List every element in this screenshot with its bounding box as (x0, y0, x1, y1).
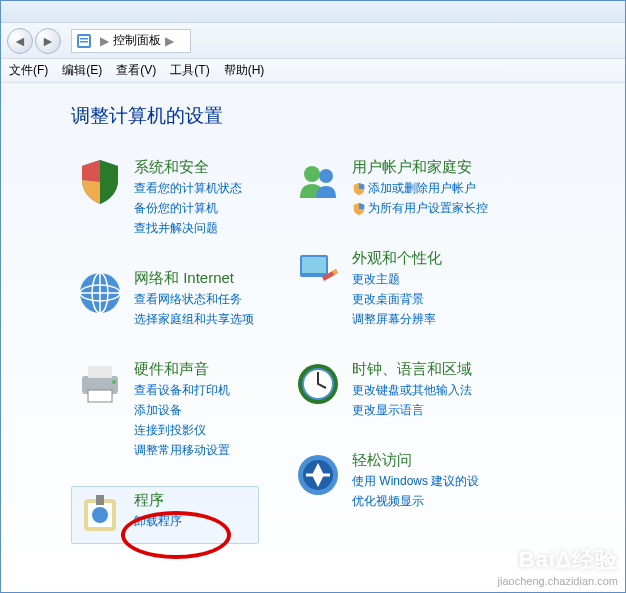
category-link[interactable]: 添加设备 (134, 402, 230, 419)
category-ease-access: 轻松访问 使用 Windows 建议的设 优化视频显示 (289, 446, 493, 515)
category-clock: 时钟、语言和区域 更改键盘或其他输入法 更改显示语言 (289, 355, 493, 424)
forward-button[interactable]: ► (35, 28, 61, 54)
svg-point-16 (319, 169, 333, 183)
category-programs[interactable]: 程序 卸载程序 (71, 486, 259, 544)
titlebar (1, 1, 625, 23)
category-link[interactable]: 更改桌面背景 (352, 291, 442, 308)
category-title[interactable]: 用户帐户和家庭安 (352, 158, 488, 177)
svg-rect-8 (88, 366, 112, 378)
svg-rect-14 (96, 495, 104, 505)
menu-help[interactable]: 帮助(H) (224, 62, 265, 79)
back-button[interactable]: ◄ (7, 28, 33, 54)
category-title[interactable]: 硬件和声音 (134, 360, 230, 379)
category-link[interactable]: 备份您的计算机 (134, 200, 242, 217)
category-network: 网络和 Internet 查看网络状态和任务 选择家庭组和共享选项 (71, 264, 259, 333)
users-icon (294, 158, 342, 206)
category-link[interactable]: 更改主题 (352, 271, 442, 288)
svg-point-10 (112, 380, 116, 384)
category-title[interactable]: 外观和个性化 (352, 249, 442, 268)
category-link[interactable]: 使用 Windows 建议的设 (352, 473, 479, 490)
right-column: 用户帐户和家庭安 添加或删除用户帐户 为所有用户设置家长控 外观和个性化 更改主… (289, 153, 493, 544)
category-link[interactable]: 选择家庭组和共享选项 (134, 311, 254, 328)
page-title: 调整计算机的设置 (71, 103, 625, 129)
category-link[interactable]: 调整屏幕分辨率 (352, 311, 442, 328)
category-link[interactable]: 连接到投影仪 (134, 422, 230, 439)
breadcrumb-after: ▶ (165, 34, 174, 48)
menu-view[interactable]: 查看(V) (116, 62, 156, 79)
category-title[interactable]: 程序 (134, 491, 182, 510)
category-link[interactable]: 查看网络状态和任务 (134, 291, 254, 308)
category-users: 用户帐户和家庭安 添加或删除用户帐户 为所有用户设置家长控 (289, 153, 493, 222)
uac-shield-icon (352, 182, 366, 196)
category-link[interactable]: 查看您的计算机状态 (134, 180, 242, 197)
control-panel-icon (76, 33, 92, 49)
category-appearance: 外观和个性化 更改主题 更改桌面背景 调整屏幕分辨率 (289, 244, 493, 333)
category-title[interactable]: 时钟、语言和区域 (352, 360, 472, 379)
menu-edit[interactable]: 编辑(E) (62, 62, 102, 79)
category-title[interactable]: 系统和安全 (134, 158, 242, 177)
svg-rect-18 (302, 257, 326, 273)
category-link[interactable]: 添加或删除用户帐户 (352, 180, 488, 197)
appearance-icon (294, 249, 342, 297)
category-link[interactable]: 优化视频显示 (352, 493, 479, 510)
uac-shield-icon (352, 202, 366, 216)
shield-icon (76, 158, 124, 206)
menubar: 文件(F) 编辑(E) 查看(V) 工具(T) 帮助(H) (1, 59, 625, 83)
programs-icon (76, 491, 124, 539)
svg-rect-3 (80, 41, 88, 43)
menu-file[interactable]: 文件(F) (9, 62, 48, 79)
svg-point-13 (92, 507, 108, 523)
category-hardware: 硬件和声音 查看设备和打印机 添加设备 连接到投影仪 调整常用移动设置 (71, 355, 259, 464)
printer-icon (76, 360, 124, 408)
category-title[interactable]: 轻松访问 (352, 451, 479, 470)
content: 调整计算机的设置 系统和安全 查看您的计算机状态 备份您的计算机 查找并解决问题… (1, 83, 625, 592)
navbar: ◄ ► ▶ 控制面板 ▶ (1, 23, 625, 59)
breadcrumb-sep: ▶ (100, 34, 109, 48)
uninstall-program-link[interactable]: 卸载程序 (134, 513, 182, 530)
svg-point-15 (304, 166, 320, 182)
category-link[interactable]: 调整常用移动设置 (134, 442, 230, 459)
breadcrumb-label: 控制面板 (113, 32, 161, 49)
category-link[interactable]: 查找并解决问题 (134, 220, 242, 237)
svg-rect-9 (88, 390, 112, 402)
category-title[interactable]: 网络和 Internet (134, 269, 254, 288)
clock-icon (294, 360, 342, 408)
category-link[interactable]: 更改显示语言 (352, 402, 472, 419)
left-column: 系统和安全 查看您的计算机状态 备份您的计算机 查找并解决问题 网络和 Inte… (71, 153, 259, 544)
svg-rect-2 (80, 38, 88, 40)
ease-access-icon (294, 451, 342, 499)
menu-tools[interactable]: 工具(T) (170, 62, 209, 79)
category-system-security: 系统和安全 查看您的计算机状态 备份您的计算机 查找并解决问题 (71, 153, 259, 242)
category-link[interactable]: 为所有用户设置家长控 (352, 200, 488, 217)
globe-icon (76, 269, 124, 317)
category-link[interactable]: 更改键盘或其他输入法 (352, 382, 472, 399)
category-link[interactable]: 查看设备和打印机 (134, 382, 230, 399)
breadcrumb[interactable]: ▶ 控制面板 ▶ (71, 29, 191, 53)
